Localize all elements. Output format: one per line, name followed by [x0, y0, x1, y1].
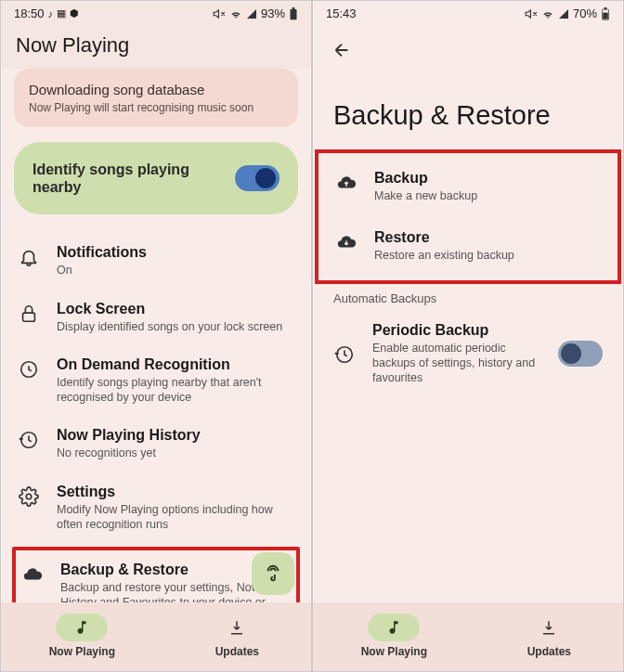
nav-label: Now Playing: [361, 645, 427, 658]
status-time: 15:43: [326, 6, 357, 20]
svg-point-4: [26, 494, 32, 499]
wifi-icon: [541, 7, 554, 20]
item-periodic-backup[interactable]: Periodic Backup Enable automatic periodi…: [313, 309, 623, 399]
item-title: Periodic Backup: [372, 322, 541, 339]
back-button[interactable]: [332, 37, 358, 63]
image-icon: ▦: [57, 7, 66, 19]
identify-toggle-switch[interactable]: [235, 165, 280, 191]
svg-rect-7: [604, 7, 607, 9]
item-notifications[interactable]: Notifications On: [14, 233, 298, 289]
item-sub: Modify Now Playing options including how…: [57, 502, 294, 533]
bottom-nav: Now Playing Updates: [1, 602, 311, 671]
nav-updates[interactable]: Updates: [523, 614, 575, 658]
nav-label: Updates: [527, 645, 571, 658]
download-title: Downloading song database: [29, 82, 283, 97]
battery-icon: [601, 7, 610, 20]
wifi-icon: [229, 7, 242, 20]
download-icon: [211, 614, 263, 641]
mute-icon: [213, 7, 226, 20]
battery-percent: 93%: [261, 6, 285, 20]
svg-rect-6: [603, 12, 608, 19]
identify-toggle-card[interactable]: Identify songs playing nearby: [14, 142, 298, 214]
nav-label: Now Playing: [49, 645, 115, 658]
dot-icon: ⬢: [70, 7, 79, 19]
status-time: 18:50: [14, 6, 45, 20]
item-history[interactable]: Now Playing History No recognitions yet: [14, 416, 298, 472]
battery-percent: 70%: [573, 6, 597, 20]
cloud-icon: [21, 563, 44, 586]
status-bar: 18:50 ♪ ▦ ⬢ 93%: [1, 1, 311, 24]
item-settings[interactable]: Settings Modify Now Playing options incl…: [14, 472, 298, 544]
item-on-demand[interactable]: On Demand Recognition Identify songs pla…: [14, 345, 298, 417]
item-title: Notifications: [57, 244, 294, 261]
item-title: Settings: [57, 484, 294, 500]
fab-recognize[interactable]: [252, 552, 294, 595]
battery-icon: [289, 7, 298, 20]
nav-now-playing[interactable]: Now Playing: [361, 614, 427, 658]
periodic-toggle-switch[interactable]: [558, 341, 603, 367]
item-sub: Display identified songs on your lock sc…: [57, 319, 294, 334]
music-search-icon: [18, 358, 40, 381]
svg-rect-2: [23, 313, 35, 321]
download-icon: [523, 614, 575, 641]
item-sub: Restore an existing backup: [374, 248, 601, 263]
svg-rect-1: [292, 7, 295, 9]
music-note-icon: [368, 614, 420, 641]
download-banner: Downloading song database Now Playing wi…: [14, 69, 298, 127]
item-restore[interactable]: Restore Restore an existing backup: [332, 216, 604, 276]
section-automatic-backups: Automatic Backups: [313, 284, 623, 309]
identify-toggle-label: Identify songs playing nearby: [32, 161, 200, 196]
music-note-icon: ♪: [48, 8, 54, 19]
item-title: Now Playing History: [57, 427, 294, 444]
screen-now-playing: 18:50 ♪ ▦ ⬢ 93% Now Playing Downloading …: [0, 0, 312, 672]
item-sub: No recognitions yet: [57, 446, 294, 460]
history-icon: [333, 343, 356, 366]
music-note-icon: [56, 614, 108, 641]
gear-icon: [18, 485, 40, 508]
signal-icon: [558, 8, 569, 19]
svg-rect-0: [291, 9, 297, 19]
cloud-upload-icon: [335, 172, 358, 194]
item-sub: Identify songs playing nearby that aren'…: [57, 375, 294, 406]
page-title: Now Playing: [1, 24, 311, 69]
bell-icon: [18, 246, 40, 268]
nav-label: Updates: [215, 645, 259, 658]
backup-restore-highlight: Backup Make a new backup Restore Restore…: [315, 149, 621, 284]
signal-icon: [246, 8, 257, 19]
item-title: Backup: [374, 170, 601, 187]
cloud-download-icon: [335, 231, 358, 253]
history-icon: [18, 429, 40, 451]
item-backup[interactable]: Backup Make a new backup: [332, 157, 604, 216]
item-title: Lock Screen: [57, 301, 294, 317]
item-sub: On: [57, 263, 294, 278]
download-subtitle: Now Playing will start recognising music…: [29, 101, 283, 114]
page-title: Backup & Restore: [313, 67, 623, 149]
item-title: Restore: [374, 229, 601, 246]
item-sub: Make a new backup: [374, 188, 601, 203]
status-bar: 15:43 70%: [313, 1, 623, 24]
lock-icon: [18, 303, 40, 325]
item-sub: Enable automatic periodic backups of set…: [372, 341, 541, 386]
screen-backup-restore: 15:43 70% Backup & Restore: [312, 0, 624, 672]
nav-now-playing[interactable]: Now Playing: [49, 614, 115, 658]
nav-updates[interactable]: Updates: [211, 614, 263, 658]
item-lock-screen[interactable]: Lock Screen Display identified songs on …: [14, 290, 298, 345]
mute-icon: [525, 7, 538, 20]
bottom-nav: Now Playing Updates: [313, 602, 623, 671]
item-title: On Demand Recognition: [57, 356, 294, 373]
